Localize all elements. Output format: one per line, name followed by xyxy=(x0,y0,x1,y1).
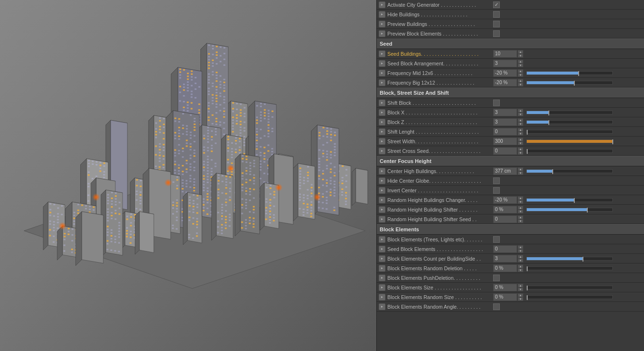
checkbox-hide-buildings[interactable] xyxy=(493,11,500,18)
input-shift-length[interactable] xyxy=(493,128,517,136)
checkbox-block-elements-random-angle[interactable] xyxy=(493,303,500,310)
row-block-z[interactable]: ▸Block Z . . . . . . . . . . . . . . . .… xyxy=(377,117,644,127)
spin-down-seed-buildings[interactable]: ▼ xyxy=(518,54,523,58)
row-street-cross-seed[interactable]: ▸Street Cross Seed. . . . . . . . . . . … xyxy=(377,146,644,156)
row-block-elements-random-angle[interactable]: ▸Block Elements Random Angle. . . . . . … xyxy=(377,302,644,312)
input-street-width[interactable] xyxy=(493,138,517,145)
row-random-height-changer[interactable]: ▸Random Height Buildings Changer. . . . … xyxy=(377,195,644,205)
spin-up-random-height-changer[interactable]: ▲ xyxy=(518,196,523,200)
row-block-elements-size[interactable]: ▸Block Elements Size . . . . . . . . . .… xyxy=(377,283,644,292)
spin-down-center-high-buildings[interactable]: ▼ xyxy=(518,171,523,175)
slider-track-block-elements-random-deletion[interactable] xyxy=(526,266,613,270)
input-block-x[interactable] xyxy=(493,109,517,116)
slider-track-street-width[interactable] xyxy=(526,139,613,143)
row-center-high-buildings[interactable]: ▸Center High Buildings. . . . . . . . . … xyxy=(377,166,644,176)
slider-track-block-elements-size[interactable] xyxy=(526,286,613,289)
row-activate-city[interactable]: ▸Activate City Generator . . . . . . . .… xyxy=(377,0,644,10)
input-street-cross-seed[interactable] xyxy=(493,147,517,155)
row-block-x[interactable]: ▸Block X . . . . . . . . . . . . . . . .… xyxy=(377,108,644,117)
slider-track-block-x[interactable] xyxy=(526,111,613,114)
input-random-height-changer[interactable] xyxy=(493,196,517,204)
slider-track-shift-length[interactable] xyxy=(526,130,613,134)
checkbox-preview-buildings[interactable] xyxy=(493,21,500,27)
spin-down-random-height-shifter-seed[interactable]: ▼ xyxy=(518,219,523,223)
row-shift-block[interactable]: ▸Shift Block . . . . . . . . . . . . . .… xyxy=(377,98,644,108)
row-frequency-big[interactable]: ▸Frequency Big 12x12 . . . . . . . . . .… xyxy=(377,78,644,88)
spin-down-random-height-shifter[interactable]: ▼ xyxy=(518,210,523,213)
input-block-elements-random-deletion[interactable] xyxy=(493,264,517,272)
spin-up-center-high-buildings[interactable]: ▲ xyxy=(518,167,523,171)
checkbox-shift-block[interactable] xyxy=(493,100,500,106)
row-seed-buildings[interactable]: ▸Seed Buildings. . . . . . . . . . . . .… xyxy=(377,49,644,59)
spin-up-street-cross-seed[interactable]: ▲ xyxy=(518,147,523,151)
spin-down-street-width[interactable]: ▼ xyxy=(518,141,523,145)
row-hide-buildings[interactable]: ▸Hide Buildings . . . . . . . . . . . . … xyxy=(377,10,644,19)
input-seed-buildings[interactable] xyxy=(493,50,517,58)
spin-up-block-elements-random-deletion[interactable]: ▲ xyxy=(518,264,523,268)
input-block-elements-count[interactable] xyxy=(493,255,517,263)
spin-up-block-elements-random-size[interactable]: ▲ xyxy=(518,293,523,297)
checkbox-preview-block[interactable] xyxy=(493,30,500,37)
slider-track-frequency-mid[interactable] xyxy=(526,71,613,75)
slider-track-block-elements-random-size[interactable] xyxy=(526,295,613,299)
row-block-elements-random-size[interactable]: ▸Block Elements Random Size . . . . . . … xyxy=(377,292,644,302)
checkbox-hide-center-globe[interactable] xyxy=(493,177,500,184)
slider-track-frequency-big[interactable] xyxy=(526,81,613,85)
slider-track-random-height-changer[interactable] xyxy=(526,198,613,202)
spin-up-block-z[interactable]: ▲ xyxy=(518,118,523,122)
spin-down-street-cross-seed[interactable]: ▼ xyxy=(518,151,523,155)
checkbox-invert-center[interactable] xyxy=(493,187,500,194)
input-center-high-buildings[interactable] xyxy=(493,167,517,175)
spin-down-block-elements-random-deletion[interactable]: ▼ xyxy=(518,268,523,272)
spin-up-street-width[interactable]: ▲ xyxy=(518,138,523,141)
input-frequency-big[interactable] xyxy=(493,79,517,87)
spin-down-shift-length[interactable]: ▼ xyxy=(518,132,523,136)
spin-up-frequency-mid[interactable]: ▲ xyxy=(518,69,523,73)
slider-track-street-cross-seed[interactable] xyxy=(526,149,613,153)
spin-up-seed-block-arrangement[interactable]: ▲ xyxy=(518,60,523,63)
slider-track-block-z[interactable] xyxy=(526,120,613,124)
row-street-width[interactable]: ▸Street Width. . . . . . . . . . . . . .… xyxy=(377,137,644,146)
spin-down-block-elements-random-size[interactable]: ▼ xyxy=(518,297,523,301)
checkbox-block-elements-trees[interactable] xyxy=(493,236,500,243)
spin-up-block-x[interactable]: ▲ xyxy=(518,109,523,113)
slider-track-block-elements-count[interactable] xyxy=(526,257,613,261)
spin-up-random-height-shifter-seed[interactable]: ▲ xyxy=(518,215,523,219)
row-block-elements-push-deletion[interactable]: ▸Block Elements PushDeletion. . . . . . … xyxy=(377,273,644,283)
input-random-height-shifter[interactable] xyxy=(493,206,517,213)
row-preview-block[interactable]: ▸Preview Block Elements . . . . . . . . … xyxy=(377,29,644,38)
input-block-elements-random-size[interactable] xyxy=(493,293,517,301)
spin-down-random-height-changer[interactable]: ▼ xyxy=(518,200,523,204)
row-frequency-mid[interactable]: ▸Frequency Mid 12x6 . . . . . . . . . . … xyxy=(377,68,644,78)
spin-up-seed-buildings[interactable]: ▲ xyxy=(518,50,523,54)
row-block-elements-trees[interactable]: ▸Block Elements (Trees, Lights etc). . .… xyxy=(377,235,644,244)
input-random-height-shifter-seed[interactable] xyxy=(493,215,517,223)
spin-down-seed-block-elements[interactable]: ▼ xyxy=(518,249,523,253)
slider-track-center-high-buildings[interactable] xyxy=(526,169,613,173)
row-hide-center-globe[interactable]: ▸Hide Center Globe. . . . . . . . . . . … xyxy=(377,176,644,186)
input-seed-block-arrangement[interactable] xyxy=(493,60,517,67)
spin-up-block-elements-count[interactable]: ▲ xyxy=(518,255,523,259)
row-seed-block-elements[interactable]: ▸Seed Block Elements . . . . . . . . . .… xyxy=(377,244,644,254)
spin-down-block-elements-count[interactable]: ▼ xyxy=(518,259,523,263)
input-block-z[interactable] xyxy=(493,118,517,126)
checkbox-activate-city[interactable] xyxy=(493,1,500,8)
row-preview-buildings[interactable]: ▸Preview Buildings . . . . . . . . . . .… xyxy=(377,19,644,29)
spin-down-block-x[interactable]: ▼ xyxy=(518,113,523,116)
spin-up-random-height-shifter[interactable]: ▲ xyxy=(518,206,523,210)
input-seed-block-elements[interactable] xyxy=(493,245,517,253)
spin-up-block-elements-size[interactable]: ▲ xyxy=(518,284,523,288)
spin-up-frequency-big[interactable]: ▲ xyxy=(518,79,523,83)
slider-track-random-height-shifter[interactable] xyxy=(526,208,613,212)
spin-up-seed-block-elements[interactable]: ▲ xyxy=(518,245,523,249)
spin-down-seed-block-arrangement[interactable]: ▼ xyxy=(518,63,523,67)
spin-down-frequency-big[interactable]: ▼ xyxy=(518,83,523,87)
spin-down-block-z[interactable]: ▼ xyxy=(518,122,523,126)
spin-up-shift-length[interactable]: ▲ xyxy=(518,128,523,132)
row-random-height-shifter[interactable]: ▸Random Height Building Shifter . . . . … xyxy=(377,205,644,214)
row-shift-length[interactable]: ▸Shift Lenght . . . . . . . . . . . . . … xyxy=(377,127,644,137)
checkbox-block-elements-push-deletion[interactable] xyxy=(493,275,500,281)
spin-down-block-elements-size[interactable]: ▼ xyxy=(518,288,523,291)
row-block-elements-random-deletion[interactable]: ▸Block Elements Random Deletion . . . . … xyxy=(377,263,644,273)
row-seed-block-arrangement[interactable]: ▸Seed Block Arrangement. . . . . . . . .… xyxy=(377,59,644,68)
